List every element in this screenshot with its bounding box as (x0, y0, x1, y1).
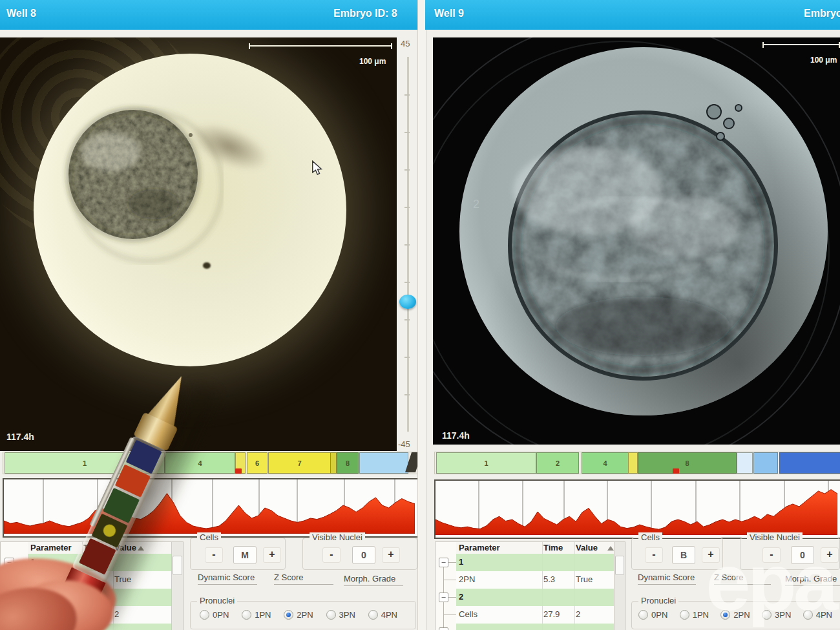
timeline-segment[interactable] (737, 452, 753, 474)
collapse-icon[interactable]: – (439, 627, 448, 630)
timeline-segment[interactable]: 7 (268, 452, 331, 474)
cell-time: 27.9 (543, 609, 560, 619)
division-timeline[interactable]: 1248 (434, 452, 840, 474)
table-row[interactable] (456, 624, 614, 630)
slider-tick (404, 282, 410, 283)
scrollbar-thumb[interactable] (173, 556, 182, 575)
tree-connector (443, 580, 456, 580)
cells-group: Cells - M + (190, 538, 286, 570)
timeline-segment[interactable] (753, 452, 778, 474)
table-row[interactable]: 1 (456, 554, 614, 572)
timeline-segment[interactable]: 1 (436, 452, 536, 474)
cells-group-label: Cells (638, 532, 662, 542)
well-title: Well 9 (434, 8, 464, 19)
timeline-segment[interactable]: 6 (247, 452, 268, 474)
morph-grade-label: Morph. Grade (344, 574, 395, 583)
pronuclei-group: Pronuclei 0PN1PN2PN3PN4PN (190, 601, 416, 629)
debris-speck (189, 133, 193, 137)
table-row[interactable]: 2 (456, 589, 614, 607)
timeline-segment[interactable] (628, 452, 638, 474)
radio-label: 0PN (213, 610, 229, 620)
scrollbar-thumb[interactable] (615, 556, 624, 575)
nuclei-decrement-button[interactable]: - (322, 547, 341, 563)
column-header-parameter[interactable]: Parameter (459, 543, 500, 552)
parameter-table[interactable]: ParameterTimeValue12PN5.3True2Cells27.92… (435, 541, 625, 630)
tree-connector (443, 614, 456, 615)
radio-label: 2PN (297, 610, 313, 620)
dynamic-score-label: Dynamic Score (638, 572, 695, 582)
panel-header-well9: Well 9 Embryo I (425, 0, 840, 30)
pronuclei-option-1pn[interactable]: 1PN (242, 610, 271, 620)
z-score-label: Z Score (274, 572, 304, 582)
timeline-segment[interactable] (779, 452, 840, 474)
nuclei-group: Visible Nuclei - 0 + (302, 538, 417, 570)
cells-increment-button[interactable]: + (263, 547, 281, 563)
scale-bar (762, 44, 840, 45)
column-header-value[interactable]: Value (576, 543, 598, 552)
slider-tick (404, 394, 410, 395)
collapse-icon[interactable]: – (439, 558, 448, 567)
nuclei-increment-button[interactable]: + (382, 547, 400, 563)
pronuclei-option-3pn[interactable]: 3PN (326, 610, 355, 620)
table-row[interactable]: 2PN5.3True (456, 571, 614, 589)
timeline-segment-label: 1 (83, 459, 87, 467)
activity-series (4, 494, 415, 534)
timeline-segment[interactable]: 2 (536, 452, 579, 474)
timeline-segment-label: 2 (556, 459, 560, 467)
pronuclei-group-label: Pronuclei (638, 596, 678, 605)
table-row[interactable]: Cells27.92 (456, 606, 614, 624)
cell-time: 5.3 (543, 574, 555, 584)
dynamic-score-field[interactable] (198, 584, 257, 585)
pronuclei-option-2pn[interactable]: 2PN (284, 610, 313, 620)
pronuclei-group-label: Pronuclei (197, 596, 237, 605)
slider-tick (404, 244, 410, 246)
slider-max-label: 45 (401, 39, 410, 48)
morph-grade-field[interactable] (344, 585, 403, 586)
embryo-id-label: Embryo I (804, 8, 840, 19)
focal-plane-slider[interactable]: 45 -45 (397, 37, 417, 451)
slider-tick (404, 319, 410, 320)
column-header-time[interactable]: Time (543, 543, 563, 552)
annotation-controls: Cells - M + Visible Nuclei - 0 + Dynamic… (189, 534, 417, 630)
slider-tick (404, 357, 410, 358)
cells-value[interactable]: B (672, 546, 695, 564)
slider-tick (404, 132, 410, 133)
slider-handle[interactable] (399, 295, 416, 309)
cells-decrement-button[interactable]: - (645, 547, 663, 563)
timeline-segment[interactable]: 8 (638, 452, 737, 474)
activity-chart[interactable] (3, 478, 419, 538)
slider-tick (404, 169, 410, 171)
pronuclei-option-1pn[interactable]: 1PN (680, 610, 709, 620)
nuclei-group-label: Visible Nuclei (310, 532, 365, 542)
timeline-segment[interactable] (330, 452, 337, 474)
cell-parameter: 2PN (459, 574, 475, 584)
timeline-segment[interactable]: 8 (337, 452, 359, 474)
timeline-segment-label: 6 (255, 459, 259, 467)
dynamic-score-label: Dynamic Score (198, 572, 255, 582)
pronuclei-option-0pn[interactable]: 0PN (638, 610, 667, 620)
timeline-position-marker[interactable] (673, 468, 679, 474)
pronuclei-option-4pn[interactable]: 4PN (368, 610, 397, 620)
column-divider (542, 542, 543, 630)
cells-decrement-button[interactable]: - (205, 547, 223, 563)
dynamic-score-field[interactable] (638, 584, 696, 585)
microscope-image-well9[interactable]: 2 100 μm 117.4h (433, 37, 840, 445)
division-timeline[interactable]: 14678 (3, 452, 418, 474)
slider-tick (404, 207, 410, 208)
cell-parameter: Cells (459, 609, 478, 619)
timeline-segment[interactable] (359, 452, 408, 474)
activity-chart[interactable] (434, 479, 840, 539)
radio-unselected-icon (368, 610, 378, 620)
pronuclei-option-0pn[interactable]: 0PN (200, 610, 229, 620)
timeline-segment[interactable]: 4 (582, 452, 629, 474)
cell-value: 2 (576, 609, 580, 619)
cell-value: True (576, 574, 593, 584)
timeline-position-marker[interactable] (235, 468, 242, 474)
z-score-field[interactable] (274, 584, 333, 585)
nuclei-value[interactable]: 0 (352, 546, 375, 564)
cells-value[interactable]: M (233, 546, 257, 564)
collapse-icon[interactable]: – (439, 593, 448, 602)
well-etching-mark: 2 (473, 198, 479, 211)
column-divider (574, 542, 575, 630)
column-header-parameter[interactable]: Parameter (30, 543, 72, 552)
